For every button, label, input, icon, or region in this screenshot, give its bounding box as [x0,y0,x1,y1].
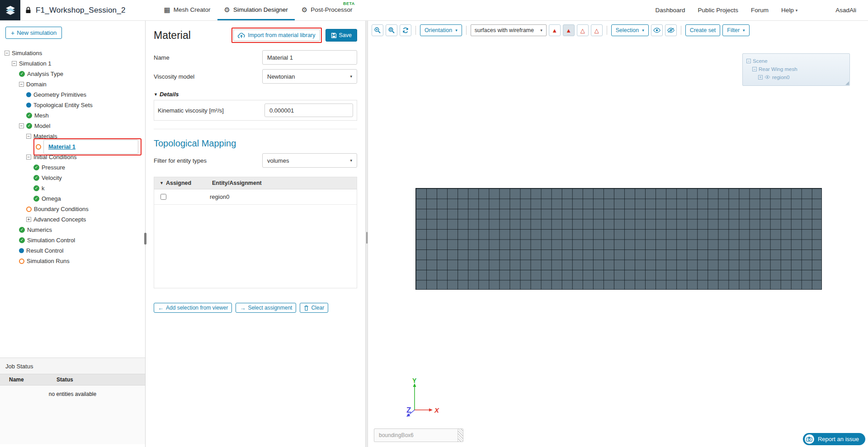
table-row-region0[interactable]: region0 [154,189,357,205]
details-header[interactable]: ▼ Details [154,91,357,98]
tree-item-label[interactable]: Topological Entity Sets [33,102,93,108]
resize-handle-icon[interactable] [845,81,849,85]
zoom-in-button[interactable] [372,24,383,36]
tree-item-label[interactable]: k [42,185,45,192]
clear-button[interactable]: Clear [300,303,328,313]
collapse-icon[interactable]: − [19,82,24,87]
rear-wing-mesh[interactable] [415,188,822,290]
material-name-input[interactable] [262,50,357,65]
expand-icon[interactable]: + [26,217,31,222]
tree-item-label[interactable]: Boundary Conditions [34,206,89,212]
tree-item-label[interactable]: Analysis Type [27,71,63,77]
tree-item-simulation-runs[interactable]: Simulation Runs [0,256,145,266]
tree-item-velocity[interactable]: ✓Velocity [0,173,145,183]
tree-item-label[interactable]: Simulation 1 [19,60,52,67]
report-issue-button[interactable]: Report an issue [803,433,865,445]
tree-item-label[interactable]: Mesh [34,112,49,119]
tree-item-advanced-concepts[interactable]: +Advanced Concepts [0,214,145,225]
tree-item-label[interactable]: Omega [42,195,61,202]
tab-simulation-designer[interactable]: ⚙Simulation Designer [217,0,295,20]
tree-item-analysis-type[interactable]: ✓Analysis Type [0,69,145,79]
tree-item-omega[interactable]: ✓Omega [0,193,145,204]
tree-item-label[interactable]: Initial Conditions [33,154,76,160]
tree-item-simulations[interactable]: −Simulations [0,48,145,58]
expand-icon[interactable]: + [758,75,763,80]
tab-mesh-creator[interactable]: ▦Mesh Creator [157,0,217,20]
tree-item-k[interactable]: ✓k [0,183,145,193]
tree-item-material-1[interactable]: Material 1 [0,141,145,152]
filter-dropdown[interactable]: Filter ▾ [722,24,749,36]
splitter-grip[interactable] [366,232,368,244]
app-logo[interactable] [0,0,20,20]
tree-item-topological-entity-sets[interactable]: Topological Entity Sets [0,100,145,110]
tree-item-pressure[interactable]: ✓Pressure [0,162,145,173]
collapse-icon[interactable]: − [5,51,9,56]
bounding-box-field[interactable]: boundingBox6 [374,428,463,442]
tree-item-label[interactable]: Model [34,122,50,129]
3d-viewer[interactable]: Orientation ▾ surfaces with wireframe ▾ … [368,20,868,447]
entity-checkbox[interactable] [160,194,166,200]
tree-item-label[interactable]: Velocity [42,174,62,181]
collapse-caret-icon[interactable]: ▼ [160,181,164,185]
nav-dashboard[interactable]: Dashboard [656,7,685,14]
tree-item-geometry-primitives[interactable]: Geometry Primitives [0,89,145,100]
add-selection-from-viewer-button[interactable]: ← Add selection from viewer [154,303,232,313]
tree-item-label[interactable]: Simulations [12,50,42,56]
collapse-icon[interactable]: − [26,155,31,160]
tree-item-simulation-control[interactable]: ✓Simulation Control [0,235,145,245]
tree-item-label[interactable]: Result Control [26,247,63,254]
tree-item-model[interactable]: −✓Model [0,121,145,131]
nav-help[interactable]: Help▾ [781,7,797,14]
select-assignment-button[interactable]: → Select assignment [236,303,296,313]
tree-item-label[interactable]: Domain [26,81,47,88]
collapse-icon[interactable]: − [12,61,17,66]
entity-type-select[interactable]: volumes ▾ [262,153,357,168]
orientation-dropdown[interactable]: Orientation ▾ [420,24,462,36]
hide-entity-button[interactable] [665,24,677,36]
tree-item-domain[interactable]: −Domain [0,79,145,89]
create-set-button[interactable]: Create set [685,24,721,36]
selection-dropdown[interactable]: Selection ▾ [611,24,649,36]
tree-item-mesh[interactable]: ✓Mesh [0,110,145,121]
kinematic-viscosity-input[interactable] [264,104,353,117]
reset-view-button[interactable] [400,24,411,36]
display-mode-select[interactable]: surfaces with wireframe ▾ [471,24,547,36]
tree-item-simulation-1[interactable]: −Simulation 1 [0,58,145,69]
scene-item-rear-wing-mesh[interactable]: −Rear Wing mesh [746,65,846,73]
show-entity-button[interactable] [651,24,663,36]
tree-item-boundary-conditions[interactable]: Boundary Conditions [0,204,145,214]
mesh-surface-triangle-button-2[interactable]: ▲ [563,24,575,36]
resize-grip-icon[interactable] [458,429,463,442]
tree-item-label[interactable]: Advanced Concepts [33,216,86,223]
viscosity-model-select[interactable]: Newtonian ▾ [262,69,357,84]
tree-item-numerics[interactable]: ✓Numerics [0,225,145,235]
scene-item-label[interactable]: region0 [772,73,789,81]
eye-icon[interactable] [764,73,770,81]
mesh-surface-triangle-button-1[interactable]: ▲ [549,24,561,36]
collapse-icon[interactable]: − [19,123,24,128]
new-simulation-button[interactable]: + New simulation [5,27,62,39]
zoom-window-button[interactable] [386,24,397,36]
scene-item-region0[interactable]: +region0 [746,73,846,81]
nav-public-projects[interactable]: Public Projects [698,7,738,14]
scene-item-label[interactable]: Rear Wing mesh [759,65,797,73]
scene-item-label[interactable]: Scene [753,57,768,65]
sidebar-resize-handle[interactable] [144,233,146,245]
tree-item-label[interactable]: Material 1 [43,140,138,154]
scene-item-scene[interactable]: −Scene [746,57,846,65]
tree-item-result-control[interactable]: Result Control [0,245,145,256]
tree-item-label[interactable]: Simulation Runs [27,258,70,264]
mesh-surface-triangle-button-4[interactable]: △ [591,24,603,36]
mesh-surface-triangle-button-3[interactable]: △ [577,24,589,36]
collapse-icon[interactable]: − [752,67,757,71]
tree-item-label[interactable]: Geometry Primitives [33,91,86,98]
tree-item-label[interactable]: Numerics [27,226,52,233]
tree-item-label[interactable]: Simulation Control [27,237,75,244]
nav-forum[interactable]: Forum [751,7,769,14]
tab-post-processor[interactable]: ⚙Post-ProcessorBETA [295,0,359,20]
save-button[interactable]: Save [326,29,358,42]
nav-asadali[interactable]: AsadAli [835,7,856,14]
tree-item-label[interactable]: Pressure [42,164,65,171]
import-material-library-button[interactable]: Import from material library [233,29,320,41]
collapse-icon[interactable]: − [26,134,31,139]
